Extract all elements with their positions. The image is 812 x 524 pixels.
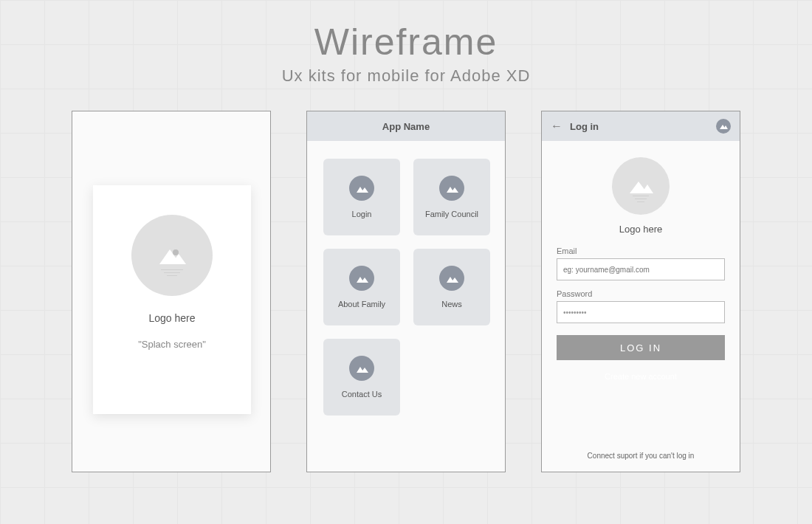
password-label: Password <box>557 289 725 298</box>
app-bar-title: Log in <box>570 121 599 132</box>
login-button[interactable]: LOG IN <box>557 335 725 360</box>
page-title: Wireframe <box>0 21 812 63</box>
screen-name-label: "Splach screen" <box>138 339 206 350</box>
mountain-icon <box>349 266 374 291</box>
create-account-link[interactable]: Create new account <box>557 372 725 381</box>
tile-family-council[interactable]: Family Council <box>413 159 490 235</box>
app-bar-title: App Name <box>382 121 430 132</box>
password-field[interactable] <box>557 301 725 323</box>
back-arrow-icon[interactable]: ← <box>551 120 562 133</box>
tile-news[interactable]: News <box>413 249 490 325</box>
tile-label: Contact Us <box>342 390 382 399</box>
tile-about-family[interactable]: About Family <box>323 249 400 325</box>
logo-label: Logo here <box>148 312 195 324</box>
app-bar: App Name <box>307 111 505 141</box>
mountain-icon <box>349 176 374 201</box>
email-field[interactable] <box>557 258 725 280</box>
mountain-icon <box>349 356 374 381</box>
svg-point-2 <box>173 249 179 255</box>
tile-contact-us[interactable]: Contact Us <box>323 339 400 416</box>
tile-label: About Family <box>338 300 385 308</box>
menu-screen: App Name Login Family Council About Fami… <box>306 111 506 472</box>
tile-login[interactable]: Login <box>323 159 400 235</box>
login-screen: ← Log in Logo here <box>541 111 740 472</box>
logo-label: Logo here <box>619 224 663 235</box>
tile-label: Family Council <box>425 210 478 218</box>
mountain-icon <box>439 266 464 291</box>
menu-grid: Login Family Council About Family News <box>307 141 505 433</box>
avatar-icon[interactable] <box>716 119 731 134</box>
tile-label: Login <box>352 210 372 218</box>
page-subtitle: Ux kits for mobile for Adobe XD <box>0 66 812 86</box>
support-text: Connect suport if you can't log in <box>542 452 740 460</box>
splash-card: Logo here "Splach screen" <box>93 185 251 414</box>
mountain-icon <box>439 176 464 201</box>
tile-label: News <box>441 300 462 308</box>
email-label: Email <box>557 247 725 255</box>
logo-placeholder-icon <box>131 215 213 296</box>
splash-screen: Logo here "Splach screen" <box>72 111 271 472</box>
app-bar: ← Log in <box>542 111 740 141</box>
logo-placeholder-icon <box>612 157 670 215</box>
